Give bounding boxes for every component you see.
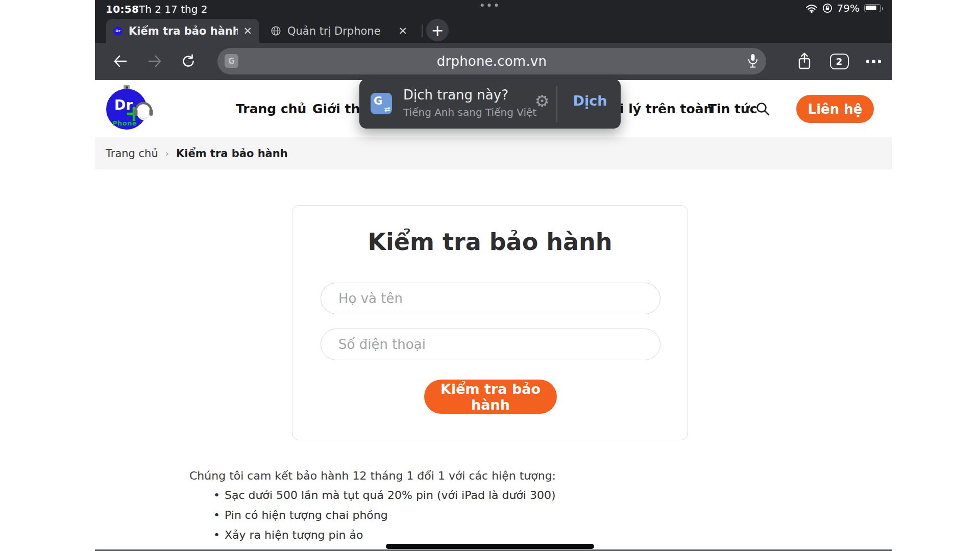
browser-chrome: 10:58 Th 2 17 thg 2 ••• 79% [95, 0, 892, 43]
address-bar-row: G drphone.com.vn 2 [95, 43, 892, 80]
popup-divider [556, 86, 557, 122]
clock: 10:58 [106, 3, 139, 15]
headset-icon [132, 98, 155, 123]
tab-quan-tri-drphone[interactable]: Quản trị Drphone ✕ [263, 19, 414, 43]
wifi-icon [805, 4, 818, 13]
multitask-indicator-icon[interactable]: ••• [474, 1, 506, 11]
search-icon[interactable] [755, 102, 771, 117]
name-input[interactable] [321, 283, 660, 314]
tab-count: 2 [836, 56, 843, 67]
tab-separator [422, 24, 423, 37]
nav-trang-chu[interactable]: Trang chủ [236, 102, 306, 116]
translate-popup: G ⇄ Dịch trang này? Tiếng Anh sang Tiếng… [359, 79, 621, 129]
drphone-favicon-icon: Dr [113, 27, 122, 36]
tab-kiem-tra-bao-hanh[interactable]: Dr Kiểm tra bảo hành ✕ [106, 19, 259, 43]
address-bar[interactable]: G drphone.com.vn [217, 48, 766, 74]
translate-settings-gear-icon[interactable]: ⚙ [533, 91, 551, 111]
battery-fill [866, 6, 876, 10]
breadcrumb-current: Kiểm tra bảo hành [176, 147, 288, 160]
forward-icon[interactable] [148, 55, 162, 68]
back-icon[interactable] [113, 55, 128, 68]
warranty-check-card: Kiểm tra bảo hành Kiểm tra bảo hành [292, 205, 688, 440]
rotation-lock-icon [822, 3, 832, 13]
more-menu-icon[interactable] [866, 60, 881, 63]
list-item: Pin có hiện tượng chai phồng [213, 509, 556, 522]
address-bar-actions: 2 [796, 43, 881, 80]
contact-button[interactable]: Liên hệ [796, 95, 874, 123]
translate-page-icon[interactable]: G [225, 54, 238, 68]
nav-dai-ly[interactable]: i lý trên toàn [620, 102, 713, 116]
tab-title: Quản trị Drphone [287, 25, 393, 37]
list-item: Xảy ra hiện tượng pin ảo [213, 529, 556, 542]
battery-icon [864, 4, 881, 12]
translate-popup-title: Dịch trang này? [403, 87, 508, 103]
warranty-bullet-list: Sạc dưới 500 lần mà tụt quá 20% pin (với… [213, 489, 556, 548]
close-tab-icon[interactable]: ✕ [393, 25, 407, 37]
ipad-screenshot: 10:58 Th 2 17 thg 2 ••• 79% [95, 0, 892, 551]
warranty-commitment-text: Chúng tôi cam kết bảo hành 12 tháng 1 đổ… [189, 469, 556, 482]
battery-nub [882, 7, 884, 10]
check-warranty-button[interactable]: Kiểm tra bảo hành [424, 380, 557, 414]
mic-icon[interactable] [747, 53, 759, 69]
date: Th 2 17 thg 2 [139, 3, 207, 15]
breadcrumb: Trang chủ › Kiểm tra bảo hành [95, 137, 892, 169]
list-item: Sạc dưới 500 lần mà tụt quá 20% pin (với… [213, 489, 556, 502]
new-tab-button[interactable]: + [426, 19, 449, 41]
tab-overview-button[interactable]: 2 [830, 54, 849, 69]
phone-input[interactable] [321, 329, 660, 360]
breadcrumb-home[interactable]: Trang chủ [106, 147, 158, 160]
share-icon[interactable] [796, 52, 813, 71]
url-text: drphone.com.vn [217, 54, 766, 69]
home-indicator[interactable] [386, 544, 594, 549]
drphone-logo[interactable]: Dr + Phone [106, 87, 150, 131]
nav-tin-tuc[interactable]: Tin tức [708, 102, 757, 116]
translate-button[interactable]: Dịch [566, 93, 615, 109]
google-translate-icon: G ⇄ [371, 93, 392, 114]
card-title: Kiểm tra bảo hành [292, 228, 688, 256]
close-tab-icon[interactable]: ✕ [238, 25, 252, 37]
status-bar: 10:58 Th 2 17 thg 2 ••• 79% [95, 0, 892, 17]
status-icons: 79% [805, 2, 881, 14]
breadcrumb-separator-icon: › [165, 148, 169, 159]
battery-percent: 79% [837, 2, 860, 14]
tab-title: Kiểm tra bảo hành [129, 25, 238, 37]
translate-popup-subtitle: Tiếng Anh sang Tiếng Việt [403, 106, 536, 118]
globe-icon [271, 26, 281, 36]
reload-icon[interactable] [181, 54, 196, 69]
